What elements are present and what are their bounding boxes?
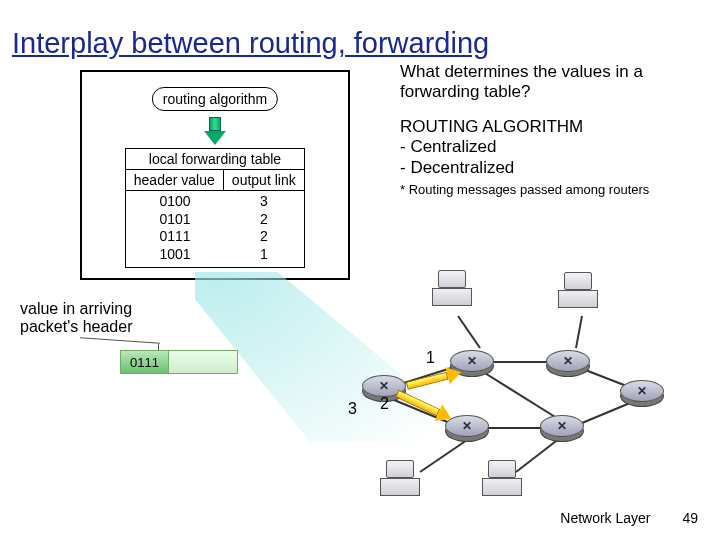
- table-cell: 0111: [159, 228, 190, 246]
- svg-line-3: [480, 370, 560, 420]
- packet-header-value: 0111: [121, 351, 169, 373]
- port-label-1: 1: [426, 349, 435, 367]
- port-label-2: 2: [380, 395, 389, 413]
- routing-note: * Routing messages passed among routers: [400, 182, 700, 198]
- svg-line-7: [458, 316, 480, 348]
- router-icon: [546, 350, 590, 372]
- computer-icon: [430, 270, 474, 310]
- router-icon: [540, 415, 584, 437]
- bullet-centralized: - Centralized: [400, 137, 700, 157]
- table-cell: 3: [260, 193, 268, 211]
- slide-footer: Network Layer 49: [560, 510, 698, 526]
- routing-algorithm-label: routing algorithm: [152, 87, 278, 111]
- col-header-header-value: header value: [126, 170, 224, 190]
- packet-arrival-label: value in arriving packet's header: [20, 300, 132, 337]
- arrow-down-icon: [207, 117, 223, 145]
- forwarding-table-caption: local forwarding table: [126, 149, 304, 170]
- table-cell: 2: [260, 228, 268, 246]
- router-icon: [620, 380, 664, 402]
- computer-icon: [480, 460, 524, 500]
- leader-line: [80, 337, 160, 344]
- algorithm-heading: ROUTING ALGORITHM: [400, 117, 700, 137]
- table-cell: 1: [260, 246, 268, 264]
- table-cell: 0101: [159, 211, 190, 229]
- footer-section: Network Layer: [560, 510, 650, 526]
- table-cell: 1001: [159, 246, 190, 264]
- router-icon: [445, 415, 489, 437]
- forwarding-table: local forwarding table header value outp…: [125, 148, 305, 268]
- port-label-3: 3: [348, 400, 357, 418]
- page-number: 49: [682, 510, 698, 526]
- col-header-output-link: output link: [224, 170, 304, 190]
- output-arrow-icon: [405, 363, 464, 394]
- computer-icon: [378, 460, 422, 500]
- bullet-decentralized: - Decentralized: [400, 158, 700, 178]
- question-text: What determines the values in a forwardi…: [400, 62, 700, 103]
- routing-overview-box: routing algorithm local forwarding table…: [80, 70, 350, 280]
- table-cell: 0100: [159, 193, 190, 211]
- svg-line-8: [576, 316, 582, 348]
- explanatory-text: What determines the values in a forwardi…: [400, 62, 700, 198]
- computer-icon: [556, 272, 600, 312]
- slide-title: Interplay between routing, forwarding: [12, 27, 489, 60]
- table-cell: 2: [260, 211, 268, 229]
- svg-line-9: [420, 438, 470, 472]
- incoming-packet: 0111: [120, 350, 238, 374]
